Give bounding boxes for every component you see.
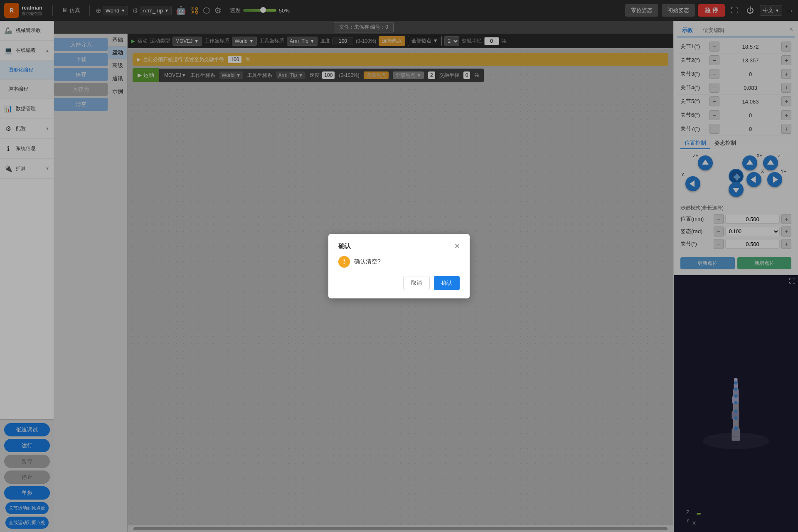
dialog-footer: 取消 确认: [338, 276, 460, 290]
dialog-message: 确认清空?: [354, 258, 381, 266]
dialog-close-btn[interactable]: ✕: [454, 242, 460, 250]
dialog-cancel-btn[interactable]: 取消: [403, 276, 430, 290]
dialog-overlay[interactable]: 确认 ✕ ! 确认清空? 取消 确认: [0, 0, 798, 532]
dialog-confirm-btn[interactable]: 确认: [434, 276, 460, 290]
dialog-warn-icon: !: [338, 256, 350, 268]
confirm-dialog: 确认 ✕ ! 确认清空? 取消 确认: [328, 234, 470, 298]
dialog-body: ! 确认清空?: [338, 256, 460, 268]
dialog-title: 确认 ✕: [338, 242, 460, 250]
